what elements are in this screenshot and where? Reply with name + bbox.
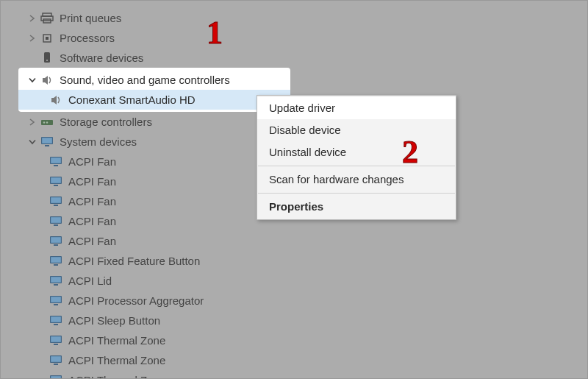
svg-rect-36 <box>54 304 58 305</box>
monitor-icon <box>49 354 62 367</box>
tree-item-label: ACPI Sleep Button <box>68 311 168 330</box>
svg-point-9 <box>46 121 48 123</box>
monitor-icon <box>49 334 62 347</box>
svg-rect-21 <box>54 205 58 206</box>
svg-rect-29 <box>51 257 61 263</box>
tree-item-label: Conexant SmartAudio HD <box>68 90 203 110</box>
svg-rect-27 <box>54 244 58 246</box>
svg-point-8 <box>43 121 45 123</box>
svg-rect-35 <box>51 297 61 302</box>
tree-item-print-queues[interactable]: Print queues <box>1 8 587 28</box>
tree-item-processors[interactable]: Processors <box>1 28 587 48</box>
tree-item-label: ACPI Thermal Zone <box>68 350 173 370</box>
tree-item-software-devices[interactable]: Software devices <box>1 48 587 68</box>
svg-rect-12 <box>45 145 49 146</box>
svg-rect-24 <box>54 224 58 226</box>
svg-rect-39 <box>54 324 58 325</box>
svg-rect-11 <box>42 138 52 144</box>
svg-rect-42 <box>54 344 58 345</box>
menu-item-disable-device[interactable]: Disable device <box>257 119 456 141</box>
menu-item-label: Disable device <box>269 124 341 136</box>
tree-item-conexant[interactable]: Conexant SmartAudio HD <box>18 90 290 110</box>
monitor-icon <box>49 175 62 188</box>
tree-item-label: ACPI Fan <box>68 171 123 191</box>
monitor-icon <box>49 294 62 308</box>
tree-item-label: Sound, video and game controllers <box>60 70 237 90</box>
storage-controller-icon <box>40 116 54 129</box>
tree-item-label: ACPI Lid <box>68 271 119 291</box>
tree-item-label: Print queues <box>60 8 129 28</box>
speaker-icon <box>40 74 54 87</box>
tree-item-system-child[interactable]: ACPI Processor Aggregator <box>1 291 587 311</box>
chevron-down-icon[interactable] <box>27 137 37 147</box>
cpu-icon <box>40 32 54 45</box>
printer-icon <box>40 12 54 25</box>
speaker-icon <box>49 93 62 107</box>
menu-item-label: Uninstall device <box>269 146 346 158</box>
svg-rect-18 <box>54 185 58 186</box>
monitor-icon <box>49 235 62 248</box>
svg-rect-45 <box>54 364 58 365</box>
monitor-icon <box>49 374 62 380</box>
svg-rect-26 <box>51 237 61 243</box>
tree-item-label: ACPI Processor Aggregator <box>68 291 211 311</box>
software-device-icon <box>40 52 54 65</box>
monitor-icon <box>49 274 62 288</box>
tree-item-label: ACPI Fixed Feature Button <box>68 251 207 271</box>
tree-item-label: ACPI Fan <box>68 231 123 251</box>
monitor-icon <box>49 314 62 327</box>
tree-item-label: Processors <box>60 28 122 48</box>
monitor-icon <box>49 255 62 268</box>
svg-rect-32 <box>51 277 61 283</box>
svg-rect-20 <box>51 197 61 203</box>
tree-item-system-child[interactable]: ACPI Thermal Zone <box>1 330 587 350</box>
svg-rect-44 <box>51 356 61 362</box>
chevron-right-icon[interactable] <box>27 33 37 43</box>
tree-item-system-child[interactable]: ACPI Fixed Feature Button <box>1 251 587 271</box>
menu-item-properties[interactable]: Properties <box>257 196 456 218</box>
svg-point-6 <box>46 60 48 61</box>
svg-rect-15 <box>54 165 58 166</box>
menu-separator <box>258 166 455 166</box>
svg-rect-41 <box>51 336 61 342</box>
tree-item-system-child[interactable]: ACPI Sleep Button <box>1 311 587 330</box>
tree-item-label: Storage controllers <box>60 112 159 132</box>
tree-item-system-child[interactable]: ACPI Fan <box>1 231 587 251</box>
tree-item-label: ACPI Fan <box>68 191 123 211</box>
svg-rect-33 <box>54 284 58 286</box>
menu-item-uninstall-device[interactable]: Uninstall device <box>257 141 456 163</box>
svg-rect-38 <box>51 316 61 322</box>
svg-rect-23 <box>51 217 61 223</box>
tree-item-label: System devices <box>60 132 144 152</box>
monitor-icon <box>49 215 62 228</box>
menu-item-update-driver[interactable]: Update driver <box>257 97 456 119</box>
menu-separator <box>258 193 455 194</box>
tree-item-label: ACPI Fan <box>68 152 123 171</box>
chevron-right-icon[interactable] <box>27 13 37 24</box>
menu-item-label: Update driver <box>269 102 335 114</box>
tree-item-label: ACPI Thermal Zone <box>68 330 173 350</box>
monitor-icon <box>40 135 54 149</box>
tree-item-system-child[interactable]: ACPI Thermal Zone <box>1 370 587 379</box>
tree-item-system-child[interactable]: ACPI Lid <box>1 271 587 291</box>
chevron-down-icon[interactable] <box>27 75 37 85</box>
tree-item-sound-group: Sound, video and game controllers Conexa… <box>18 68 290 112</box>
svg-rect-17 <box>51 177 61 183</box>
menu-item-label: Scan for hardware changes <box>269 173 404 185</box>
monitor-icon <box>49 195 62 208</box>
chevron-right-icon[interactable] <box>27 117 37 127</box>
svg-rect-14 <box>51 157 61 163</box>
monitor-icon <box>49 155 62 169</box>
svg-rect-30 <box>54 264 58 266</box>
tree-item-label: ACPI Fan <box>68 211 123 231</box>
menu-item-scan-hardware[interactable]: Scan for hardware changes <box>257 169 456 191</box>
tree-item-label: ACPI Thermal Zone <box>68 370 173 379</box>
tree-item-sound[interactable]: Sound, video and game controllers <box>18 70 290 90</box>
tree-item-label: Software devices <box>60 48 151 68</box>
svg-rect-47 <box>51 376 61 379</box>
svg-rect-4 <box>46 37 49 40</box>
context-menu: Update driver Disable device Uninstall d… <box>257 95 456 220</box>
tree-item-system-child[interactable]: ACPI Thermal Zone <box>1 350 587 370</box>
menu-item-label: Properties <box>269 200 323 213</box>
